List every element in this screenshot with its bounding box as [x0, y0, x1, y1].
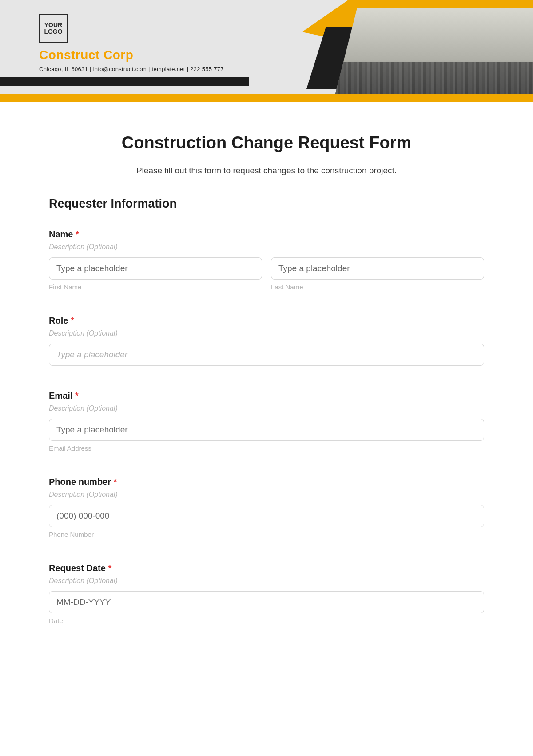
- required-star: *: [71, 316, 74, 325]
- form-subtitle: Please fill out this form to request cha…: [49, 166, 484, 176]
- name-label: Name *: [49, 229, 484, 240]
- header-banner: YOUR LOGO Construct Corp Chicago, IL 606…: [0, 0, 533, 102]
- logo-text-line1: YOUR: [44, 22, 62, 28]
- required-star: *: [76, 229, 79, 239]
- section-heading-requester: Requester Information: [49, 197, 484, 211]
- field-group-role: Role * Description (Optional): [49, 316, 484, 366]
- last-name-input[interactable]: [271, 257, 484, 280]
- form-container: Construction Change Request Form Please …: [0, 102, 533, 667]
- header-graphic: [302, 0, 533, 102]
- name-label-text: Name: [49, 229, 73, 239]
- form-title: Construction Change Request Form: [49, 133, 484, 152]
- phone-description: Description (Optional): [49, 491, 484, 499]
- date-label-text: Request Date: [49, 563, 106, 573]
- field-group-request-date: Request Date * Description (Optional) Da…: [49, 563, 484, 624]
- required-star: *: [75, 391, 79, 400]
- required-star: *: [114, 477, 117, 487]
- yellow-bar: [0, 94, 533, 102]
- date-sublabel: Date: [49, 617, 484, 624]
- field-group-phone: Phone number * Description (Optional) Ph…: [49, 477, 484, 538]
- email-sublabel: Email Address: [49, 444, 484, 452]
- email-description: Description (Optional): [49, 404, 484, 412]
- black-stripe: [0, 77, 249, 86]
- city-skyline-image: [333, 8, 533, 102]
- date-label: Request Date *: [49, 563, 484, 573]
- phone-input[interactable]: [49, 505, 484, 527]
- email-label-text: Email: [49, 391, 72, 400]
- role-label: Role *: [49, 316, 484, 326]
- field-group-email: Email * Description (Optional) Email Add…: [49, 391, 484, 452]
- first-name-sublabel: First Name: [49, 283, 262, 291]
- contact-info: Chicago, IL 60631 | info@construct.com |…: [39, 66, 224, 72]
- phone-sublabel: Phone Number: [49, 531, 484, 538]
- phone-label: Phone number *: [49, 477, 484, 487]
- required-star: *: [108, 563, 111, 573]
- name-description: Description (Optional): [49, 243, 484, 251]
- phone-label-text: Phone number: [49, 477, 111, 487]
- role-label-text: Role: [49, 316, 68, 325]
- email-label: Email *: [49, 391, 484, 401]
- email-input[interactable]: [49, 419, 484, 441]
- role-input[interactable]: [49, 344, 484, 366]
- date-description: Description (Optional): [49, 577, 484, 585]
- company-name: Construct Corp: [39, 48, 133, 62]
- logo-text-line2: LOGO: [44, 28, 62, 35]
- first-name-input[interactable]: [49, 257, 262, 280]
- last-name-sublabel: Last Name: [271, 283, 484, 291]
- role-description: Description (Optional): [49, 329, 484, 337]
- field-group-name: Name * Description (Optional) First Name…: [49, 229, 484, 291]
- logo-placeholder: YOUR LOGO: [39, 14, 68, 43]
- date-input[interactable]: [49, 591, 484, 613]
